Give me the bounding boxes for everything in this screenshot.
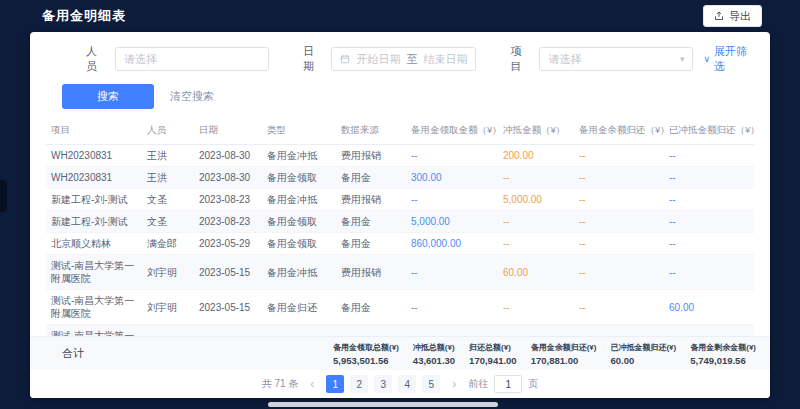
cell-person: 王洪	[142, 145, 194, 167]
col-offset: 冲抵金额（¥）	[498, 117, 574, 145]
chevron-down-icon: ▾	[680, 54, 685, 64]
cell-received: --	[406, 290, 498, 325]
cell-project: 测试-南昌大学第一附属医院	[46, 255, 142, 290]
summary-item-value: 5,749,019.56	[690, 355, 756, 366]
cell-person: 文圣	[142, 189, 194, 211]
export-label: 导出	[729, 9, 751, 24]
calendar-icon	[340, 54, 350, 64]
cell-offset-return: 60.00	[664, 290, 754, 325]
page: 备用金明细表 导出 人员 请选择 日期 开始日期	[0, 0, 800, 32]
table-row: 测试-南昌大学第一附属医院 刘宇明 2023-05-15 备用金冲抵 费用报销 …	[46, 255, 754, 290]
summary-item-value: 60.00	[610, 355, 676, 366]
person-select[interactable]: 请选择	[115, 47, 269, 71]
cell-type: 备用金领取	[262, 325, 336, 337]
prev-page-button[interactable]: ‹	[304, 377, 320, 391]
date-separator: 至	[406, 52, 417, 67]
cell-offset-return: --	[664, 255, 754, 290]
cell-offset: --	[498, 325, 574, 337]
clear-search-button[interactable]: 清空搜索	[170, 89, 214, 104]
cell-project: 北京顺义精林	[46, 233, 142, 255]
cell-balance-return: --	[574, 290, 664, 325]
cell-received: --	[406, 145, 498, 167]
summary-item-label: 冲抵总额(¥)	[413, 342, 455, 353]
goto-suffix: 页	[528, 377, 538, 391]
report-card: 人员 请选择 日期 开始日期 至 结束日期 项目 请	[30, 32, 770, 398]
cell-received: --	[406, 189, 498, 211]
cell-date: 2023-05-29	[194, 233, 262, 255]
sidebar-collapse-handle[interactable]	[0, 180, 7, 212]
date-start-placeholder: 开始日期	[356, 52, 400, 67]
table-row: WH20230831 王洪 2023-08-30 备用金冲抵 费用报销 -- 2…	[46, 145, 754, 167]
table-container: 项目 人员 日期 类型 数据来源 备用金领取金额（¥） 冲抵金额（¥） 备用金余…	[30, 117, 770, 336]
cell-source: 备用金	[336, 211, 406, 233]
chevron-down-icon: ∨	[703, 54, 710, 64]
cell-offset: --	[498, 233, 574, 255]
cell-offset-return: --	[664, 189, 754, 211]
summary-item-offset-return: 已冲抵金额归还(¥) 60.00	[610, 342, 676, 366]
cell-type: 备用金冲抵	[262, 255, 336, 290]
detail-table: 项目 人员 日期 类型 数据来源 备用金领取金额（¥） 冲抵金额（¥） 备用金余…	[46, 117, 754, 336]
summary-total-label: 合计	[62, 346, 84, 361]
expand-filters-link[interactable]: ∨ 展开筛选	[703, 44, 756, 74]
goto-page-input[interactable]	[494, 375, 522, 393]
cell-date: 2023-08-30	[194, 145, 262, 167]
col-offset-return: 已冲抵金额归还（¥）	[664, 117, 754, 145]
cell-type: 备用金冲抵	[262, 189, 336, 211]
cell-person: 文圣	[142, 211, 194, 233]
cell-received: --	[406, 255, 498, 290]
summary-item-label: 备用金领取总额(¥)	[333, 342, 399, 353]
cell-offset-return: --	[664, 233, 754, 255]
summary-item-value: 170,881.00	[531, 355, 597, 366]
horizontal-scrollbar[interactable]	[0, 400, 800, 409]
col-source: 数据来源	[336, 117, 406, 145]
pagination: 共 71 条 ‹ 1 2 3 4 5 › 前往 页	[30, 370, 770, 398]
summary-item-remaining: 备用金剩余金额(¥) 5,749,019.56	[690, 342, 756, 366]
cell-offset-return: --	[664, 325, 754, 337]
filter-bar: 人员 请选择 日期 开始日期 至 结束日期 项目 请	[30, 32, 770, 74]
cell-person: 刘宇明	[142, 255, 194, 290]
cell-received: 5,000.00	[406, 211, 498, 233]
cell-date: 2023-04-20	[194, 325, 262, 337]
date-range-picker[interactable]: 开始日期 至 结束日期	[331, 47, 476, 71]
cell-offset-return: --	[664, 145, 754, 167]
cell-source: 备用金	[336, 233, 406, 255]
page-title: 备用金明细表	[42, 7, 126, 25]
cell-balance-return: --	[574, 167, 664, 189]
cell-source: 费用报销	[336, 145, 406, 167]
cell-project: 新建工程-刘-测试	[46, 189, 142, 211]
export-icon	[714, 11, 724, 21]
cell-type: 备用金领取	[262, 211, 336, 233]
cell-date: 2023-08-23	[194, 211, 262, 233]
export-button[interactable]: 导出	[703, 5, 762, 27]
cell-project: WH20230831	[46, 145, 142, 167]
table-row: 新建工程-刘-测试 文圣 2023-08-23 备用金冲抵 费用报销 -- 5,…	[46, 189, 754, 211]
cell-balance-return: --	[574, 189, 664, 211]
page-button-5[interactable]: 5	[422, 375, 440, 393]
scrollbar-thumb[interactable]	[268, 402, 498, 407]
summary-items: 备用金领取总额(¥) 5,953,501.56 冲抵总额(¥) 43,601.3…	[333, 342, 756, 366]
page-button-2[interactable]: 2	[350, 375, 368, 393]
person-filter-label: 人员	[86, 44, 107, 74]
cell-offset: --	[498, 211, 574, 233]
table-header-row: 项目 人员 日期 类型 数据来源 备用金领取金额（¥） 冲抵金额（¥） 备用金余…	[46, 117, 754, 145]
next-page-button[interactable]: ›	[446, 377, 462, 391]
search-button[interactable]: 搜索	[62, 84, 154, 109]
table-row: 新建工程-刘-测试 文圣 2023-08-23 备用金领取 备用金 5,000.…	[46, 211, 754, 233]
cell-offset: 200.00	[498, 145, 574, 167]
page-button-4[interactable]: 4	[398, 375, 416, 393]
expand-filters-label: 展开筛选	[714, 44, 756, 74]
summary-item-label: 归还总额(¥)	[469, 342, 517, 353]
table-row: WH20230831 王洪 2023-08-30 备用金领取 备用金 300.0…	[46, 167, 754, 189]
cell-source: 备用金	[336, 290, 406, 325]
cell-offset: 60.00	[498, 255, 574, 290]
col-received: 备用金领取金额（¥）	[406, 117, 498, 145]
table-row: 测试-南昌大学第一附属医院 刘宇明 2023-05-15 备用金归还 备用金 -…	[46, 290, 754, 325]
col-type: 类型	[262, 117, 336, 145]
page-button-3[interactable]: 3	[374, 375, 392, 393]
project-filter-label: 项目	[510, 44, 531, 74]
cell-type: 备用金归还	[262, 290, 336, 325]
cell-project: 新建工程-刘-测试	[46, 211, 142, 233]
project-select[interactable]: 请选择 ▾	[539, 47, 693, 71]
page-button-1[interactable]: 1	[326, 375, 344, 393]
cell-offset: --	[498, 290, 574, 325]
